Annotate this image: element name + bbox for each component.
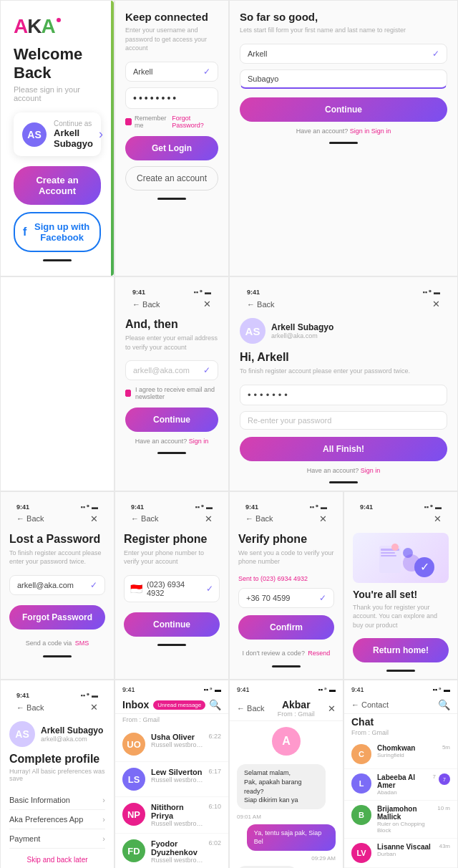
chat-search-icon[interactable]: 🔍 — [438, 699, 450, 710]
chat-from: From : Gmail — [344, 729, 457, 740]
hi-have-account: Have an account? Sign in — [240, 467, 447, 474]
msg-item-0[interactable]: UO Usha Oliver Russell westbrook has soa… — [115, 727, 228, 762]
reg-back-btn[interactable]: ← Back — [131, 514, 159, 523]
akbar-back-btn[interactable]: ← Back — [237, 704, 265, 713]
ver-back-btn[interactable]: ← Back — [245, 514, 273, 523]
reg-close-btn[interactable]: ✕ — [205, 513, 213, 524]
lost-back-btn[interactable]: ← Back — [16, 514, 44, 523]
reg-phone-subtitle: Enter your phone number to verify your a… — [124, 549, 220, 566]
chat-status: 9:41 ▪▪ ᵊ ▬ — [344, 680, 457, 693]
sign-in-link[interactable]: Sign in — [350, 127, 370, 135]
close-button[interactable]: ✕ — [203, 299, 211, 309]
menu-payment-arrow: › — [102, 834, 105, 843]
unread-badge: Unread message — [153, 700, 205, 710]
akbar-close-btn[interactable]: ✕ — [328, 703, 336, 714]
contact-content-2: Brijamohon Mallick Ruler on Chopping Blo… — [377, 805, 434, 834]
msg-item-2[interactable]: NP Nitithorn Prirya Russell westbrook ha… — [115, 797, 228, 834]
menu-basic-arrow: › — [102, 796, 105, 804]
create-account-outline-button[interactable]: Create an account — [125, 166, 218, 191]
get-login-button[interactable]: Get Login — [125, 136, 218, 160]
menu-item-basic[interactable]: Basic Information › — [9, 791, 105, 810]
contact-content-0: Chomkwan Suringfield — [377, 744, 439, 758]
profile-close-btn[interactable]: ✕ — [90, 702, 98, 713]
firstname-input[interactable]: Arkell ✓ — [240, 44, 447, 64]
bottom-7 — [157, 644, 186, 646]
reg-continue-btn[interactable]: Continue — [124, 612, 220, 637]
bottom-indicator-2 — [157, 198, 186, 200]
chat-contact-header: ← Contact 🔍 — [344, 693, 457, 714]
sign-in-link2[interactable]: Sign in — [189, 438, 209, 445]
remember-left: Remember me — [125, 115, 172, 129]
inbox-from: From : Gmail — [115, 714, 228, 727]
hi-sign-in[interactable]: Sign in — [361, 467, 381, 474]
resend-link[interactable]: Resend — [308, 650, 330, 657]
contact-sub-3: Durban — [377, 851, 436, 857]
contact-1[interactable]: L Labeeba Al Amer Abadan 7 7 — [344, 769, 457, 801]
contact-time-3: 43m — [439, 843, 450, 849]
profile-back-btn[interactable]: ← Back — [16, 703, 44, 712]
code-input[interactable]: +36 70 4599 ✓ — [238, 588, 334, 608]
allset-close-btn[interactable]: ✕ — [434, 513, 442, 524]
continue-btn[interactable]: Continue — [125, 408, 218, 432]
akbar-center: Akbar From : Gmail — [278, 699, 315, 718]
continue-button[interactable]: Continue — [240, 97, 447, 122]
chat-back-btn[interactable]: ← Contact — [351, 700, 389, 709]
menu-item-preferences[interactable]: Aka Preferences App › — [9, 810, 105, 829]
lost-close-btn[interactable]: ✕ — [90, 513, 98, 524]
hi-reenter-input[interactable]: Re-enter your password — [240, 411, 447, 430]
username-input-row[interactable]: Arkell ✓ — [125, 62, 218, 82]
status-icons: ▪▪ ᵊ ▬ — [194, 289, 211, 296]
arkell-info: Arkell Subagyo arkell@aka.com — [271, 322, 333, 339]
check-icon: ✓ — [203, 67, 210, 77]
email-input[interactable]: arkell@aka.com ✓ — [125, 360, 218, 380]
menu-pref-arrow: › — [102, 815, 105, 824]
contact-0[interactable]: C Chomkwan Suringfield 5m — [344, 740, 457, 769]
hi-password-val: ••••••• — [248, 390, 439, 400]
ver-close-btn[interactable]: ✕ — [319, 513, 327, 524]
contact-sub-1: Abadan — [377, 789, 430, 796]
sms-link[interactable]: SMS — [75, 640, 89, 647]
hi-back-btn[interactable]: ← Back — [247, 300, 275, 309]
avatar-main: AS — [22, 122, 47, 147]
back-button[interactable]: ← Back — [132, 300, 160, 309]
agree-checkbox[interactable] — [125, 390, 131, 397]
facebook-signup-button[interactable]: f Sign up with Facebook — [14, 212, 101, 252]
msg-name-3: Fyodor Dyuzhenkov — [151, 839, 205, 857]
lost-email-check: ✓ — [90, 580, 97, 590]
menu-item-payment[interactable]: Payment › — [9, 829, 105, 849]
inbox-title-row: Inbox Unread message — [122, 699, 205, 710]
msg-name-2: Nitithorn Prirya — [151, 803, 205, 820]
sofar-panel: So far so good, Lets start fill form you… — [229, 0, 458, 276]
logo-dot — [57, 18, 61, 22]
profile-screen-top: 9:41 ▪▪ ᵊ ▬ ← Back ✕ — [9, 688, 105, 713]
msg-item-3[interactable]: FD Fyodor Dyuzhenkov Russell westbrook h… — [115, 834, 228, 868]
all-finish-btn[interactable]: All Finish! — [240, 437, 447, 461]
inbox-search-icon[interactable]: 🔍 — [209, 699, 221, 710]
email-check-icon: ✓ — [203, 365, 210, 375]
lastname-input[interactable]: Subagyo — [240, 69, 447, 89]
hi-arkell-panel: 9:41 ▪▪ ᵊ ▬ ← Back ✕ AS Arkell Subagyo a… — [229, 276, 458, 491]
phone-input[interactable]: 🇮🇩 (023) 6934 4932 ✓ — [124, 575, 220, 602]
msg-avatar-1: LS — [122, 768, 145, 791]
lost-password-panel: 9:41 ▪▪ ᵊ ▬ ← Back ✕ Lost a Password To … — [0, 491, 114, 680]
forgot-password-btn[interactable]: Forgot Password — [9, 605, 105, 630]
password-input-row[interactable]: •••••••• — [125, 87, 218, 109]
forgot-password-link[interactable]: Forgot Password? — [172, 115, 218, 129]
skip-link[interactable]: Skip and back later — [9, 856, 105, 864]
contact-3[interactable]: LV Lisanne Viscaal Durban 43m — [344, 839, 457, 868]
return-home-btn[interactable]: Return home! — [353, 638, 449, 662]
remember-checkbox[interactable] — [125, 118, 132, 125]
contact-2[interactable]: B Brijamohon Mallick Ruler on Chopping B… — [344, 801, 457, 839]
code-value: +36 70 4599 — [246, 594, 319, 602]
confirm-btn[interactable]: Confirm — [238, 615, 334, 640]
hi-close-btn[interactable]: ✕ — [432, 299, 440, 309]
lost-email-input[interactable]: arkell@aka.com ✓ — [9, 575, 105, 595]
contact-name-3: Lisanne Viscaal — [377, 843, 436, 851]
hi-password-input[interactable]: ••••••• — [240, 385, 447, 405]
hi-back-row: ← Back ✕ — [247, 299, 440, 309]
bottom-5 — [329, 481, 358, 483]
continue-card[interactable]: AS Continue as Arkell Subagyo › J M — [14, 112, 101, 156]
create-account-button[interactable]: Create an Account — [14, 166, 101, 205]
sign-in-link-text[interactable]: Sign in — [371, 127, 391, 135]
msg-item-1[interactable]: LS Lew Silverton Russell westbrook has s… — [115, 762, 228, 797]
